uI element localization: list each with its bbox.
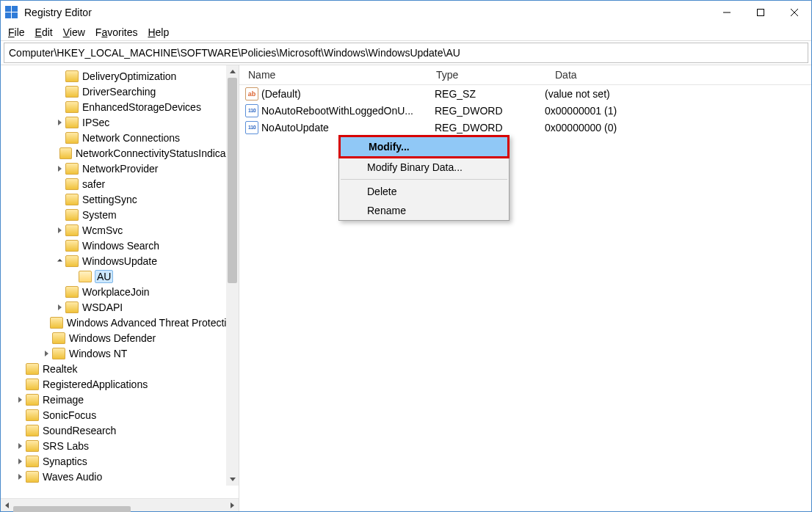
tree-item[interactable]: SRS Labs [1, 438, 239, 453]
ctx-separator [341, 179, 507, 180]
tree-item[interactable]: Waves Audio [1, 469, 239, 484]
folder-icon [65, 132, 79, 144]
tree-item[interactable]: Synaptics [1, 453, 239, 469]
window-title: Registry Editor [24, 7, 710, 18]
tree-item[interactable]: NetworkConnectivityStatusIndicator [1, 145, 239, 161]
expand-icon[interactable] [54, 225, 65, 235]
value-name: NoAutoUpdate [261, 122, 329, 134]
titlebar: Registry Editor [1, 1, 811, 24]
column-headers: Name Type Data [239, 65, 811, 85]
folder-icon [65, 117, 79, 128]
collapse-icon[interactable] [54, 256, 65, 266]
tree-item[interactable]: SonicFocus [1, 407, 239, 423]
value-row[interactable]: NoAutoUpdateREG_DWORD0x00000000 (0) [239, 119, 811, 136]
tree-item[interactable]: IPSec [1, 114, 239, 130]
value-row[interactable]: NoAutoRebootWithLoggedOnU...REG_DWORD0x0… [239, 102, 811, 119]
folder-icon [52, 332, 65, 344]
scroll-thumb[interactable] [228, 78, 237, 283]
tree-item[interactable]: WcmSvc [1, 222, 239, 238]
tree-item-label: Reimage [42, 394, 84, 406]
col-data[interactable]: Data [546, 69, 811, 81]
expand-icon[interactable] [14, 456, 26, 467]
menu-favorites[interactable]: Favorites [91, 26, 142, 38]
tree-item[interactable]: Windows NT [1, 345, 239, 361]
value-row[interactable]: (Default)REG_SZ(value not set) [239, 85, 811, 102]
expand-icon[interactable] [54, 302, 65, 312]
value-data: (value not set) [545, 88, 610, 100]
tree-item[interactable]: Windows Advanced Threat Protection [1, 315, 239, 330]
tree-vertical-scrollbar[interactable] [226, 65, 239, 486]
folder-icon [26, 456, 39, 467]
tree-item[interactable]: WSDAPI [1, 299, 239, 315]
folder-icon [65, 224, 79, 236]
tree-item[interactable]: Realtek [1, 361, 239, 376]
menu-file[interactable]: File [4, 26, 29, 38]
menu-view[interactable]: View [59, 26, 90, 38]
ctx-rename[interactable]: Rename [339, 201, 509, 220]
expand-icon[interactable] [14, 441, 26, 451]
folder-icon [79, 271, 92, 282]
col-type[interactable]: Type [427, 69, 546, 81]
tree-item[interactable]: SoundResearch [1, 423, 239, 438]
tree-item[interactable]: DeliveryOptimization [1, 68, 239, 84]
tree-item[interactable]: Windows Search [1, 238, 239, 253]
menubar: File Edit View Favorites Help [1, 24, 811, 40]
tree-item-label: WcmSvc [81, 224, 123, 236]
expand-icon[interactable] [54, 164, 65, 174]
folder-icon [26, 363, 39, 375]
tree-horizontal-scrollbar[interactable] [1, 498, 239, 511]
expand-icon[interactable] [40, 348, 52, 359]
expand-icon[interactable] [14, 395, 26, 405]
tree-item[interactable]: DriverSearching [1, 84, 239, 99]
expand-icon[interactable] [14, 472, 26, 482]
tree-item-label: Windows Advanced Threat Protection [66, 317, 239, 329]
close-button[interactable] [777, 1, 811, 24]
string-value-icon [245, 87, 258, 100]
tree-item[interactable]: EnhancedStorageDevices [1, 99, 239, 114]
tree-item[interactable]: WorkplaceJoin [1, 284, 239, 299]
expand-icon[interactable] [54, 117, 65, 128]
regedit-icon [5, 6, 18, 19]
tree-item[interactable]: SettingSync [1, 191, 239, 207]
minimize-button[interactable] [710, 1, 744, 24]
scroll-down-button[interactable] [226, 473, 239, 486]
ctx-delete[interactable]: Delete [339, 182, 509, 201]
tree-item[interactable]: safer [1, 176, 239, 191]
folder-icon [65, 255, 79, 267]
tree-item[interactable]: NetworkProvider [1, 161, 239, 176]
tree-item-label: Network Connections [81, 132, 181, 144]
tree-item[interactable]: AU [1, 268, 239, 284]
tree-item[interactable]: WindowsUpdate [1, 253, 239, 268]
ctx-modify[interactable]: Modify... [338, 135, 510, 158]
menu-help[interactable]: Help [143, 26, 173, 38]
scroll-left-button[interactable] [1, 500, 13, 511]
tree-item-label: NetworkProvider [81, 163, 159, 175]
folder-icon [65, 178, 79, 190]
main-split: DeliveryOptimizationDriverSearchingEnhan… [1, 65, 811, 511]
tree-item[interactable]: System [1, 207, 239, 222]
scroll-right-button[interactable] [226, 500, 239, 511]
tree-item[interactable]: Windows Defender [1, 330, 239, 345]
scroll-up-button[interactable] [226, 65, 239, 78]
menu-edit[interactable]: Edit [31, 26, 57, 38]
folder-icon [65, 86, 79, 98]
tree-item-label: WorkplaceJoin [81, 286, 151, 298]
registry-tree[interactable]: DeliveryOptimizationDriverSearchingEnhan… [1, 65, 239, 484]
folder-icon [65, 286, 79, 298]
tree-item-label: Synaptics [42, 456, 88, 467]
svg-rect-1 [758, 10, 764, 16]
tree-item-label: Waves Audio [42, 471, 103, 483]
address-bar[interactable]: Computer\HKEY_LOCAL_MACHINE\SOFTWARE\Pol… [4, 43, 808, 63]
maximize-button[interactable] [744, 1, 777, 24]
value-rows: (Default)REG_SZ(value not set)NoAutoRebo… [239, 85, 811, 136]
folder-icon [65, 209, 79, 221]
tree-item[interactable]: Network Connections [1, 130, 239, 145]
tree-item[interactable]: Reimage [1, 392, 239, 407]
tree-item[interactable]: RegisteredApplications [1, 376, 239, 392]
hscroll-thumb[interactable] [13, 506, 131, 513]
ctx-modify-binary[interactable]: Modify Binary Data... [339, 158, 509, 177]
folder-icon [65, 194, 79, 205]
col-name[interactable]: Name [239, 69, 427, 81]
tree-item-label: SonicFocus [42, 409, 97, 421]
folder-icon [65, 163, 79, 175]
